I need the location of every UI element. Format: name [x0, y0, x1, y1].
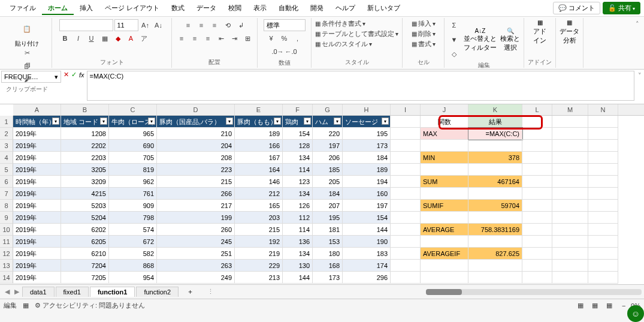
cell[interactable]: [468, 140, 522, 152]
cell[interactable]: 114: [283, 164, 313, 176]
fill-color-button[interactable]: ◆: [112, 32, 124, 44]
cell[interactable]: 2019年: [13, 224, 61, 236]
cell[interactable]: 136: [283, 236, 313, 248]
cell[interactable]: 2019年: [13, 260, 61, 272]
cell[interactable]: [468, 164, 522, 176]
cell[interactable]: [588, 140, 618, 152]
worksheet-grid[interactable]: ABCDEFGHIJKLMN 1時間軸（年）▾地域 コード▾牛肉（ロース）▾豚肉…: [0, 104, 644, 284]
cell[interactable]: 798: [109, 212, 157, 224]
cell[interactable]: [391, 236, 421, 248]
cell[interactable]: 2019年: [13, 200, 61, 212]
cell[interactable]: 165: [235, 200, 283, 212]
cell[interactable]: 954: [109, 272, 157, 284]
data-analysis-button[interactable]: ▦データ 分析: [560, 19, 579, 65]
align-left-icon[interactable]: ≡: [176, 32, 188, 44]
cell[interactable]: [468, 260, 522, 272]
format-as-table-button[interactable]: ▦ テーブルとして書式設定 ▾: [315, 29, 398, 38]
cell[interactable]: 128: [283, 140, 313, 152]
cell[interactable]: 574: [109, 224, 157, 236]
cell[interactable]: 地域 コード▾: [61, 116, 109, 128]
cell[interactable]: [588, 116, 618, 128]
cell[interactable]: 819: [109, 164, 157, 176]
cell[interactable]: [421, 164, 468, 176]
filter-dropdown-icon[interactable]: ▾: [52, 118, 59, 125]
row-header[interactable]: 3: [0, 140, 13, 152]
cell[interactable]: [522, 248, 552, 260]
cell[interactable]: 204: [157, 140, 235, 152]
cell[interactable]: [588, 212, 618, 224]
cell[interactable]: 173: [313, 272, 343, 284]
cell[interactable]: 199: [157, 212, 235, 224]
collapse-ribbon-icon[interactable]: ˄: [633, 18, 642, 68]
sheet-tab-data1[interactable]: data1: [22, 287, 55, 297]
cell[interactable]: 2203: [61, 152, 109, 164]
underline-button[interactable]: U: [86, 32, 98, 44]
cell[interactable]: 牛肉（ロース）▾: [109, 116, 157, 128]
cell[interactable]: [588, 224, 618, 236]
conditional-formatting-button[interactable]: ▦ 条件付き書式 ▾: [315, 19, 365, 28]
border-button[interactable]: ▦: [99, 32, 111, 44]
cell[interactable]: [552, 176, 588, 188]
cell[interactable]: 965: [109, 128, 157, 140]
sheet-tab-function1[interactable]: function1: [90, 287, 135, 297]
sheet-tab-fixed1[interactable]: fixed1: [56, 287, 89, 297]
row-header[interactable]: 1: [0, 116, 13, 128]
fx-icon[interactable]: fx: [79, 71, 84, 79]
cell[interactable]: [552, 128, 588, 140]
comma-icon[interactable]: ,: [292, 32, 304, 44]
cell[interactable]: SUMIF: [421, 200, 468, 212]
wrap-text-icon[interactable]: ↲: [235, 19, 247, 31]
copy-icon[interactable]: 🗐: [22, 61, 32, 71]
cell[interactable]: 2202: [61, 140, 109, 152]
cell[interactable]: 195: [313, 212, 343, 224]
cell[interactable]: [421, 212, 468, 224]
addins-button[interactable]: ▦アド イン: [533, 19, 546, 57]
cell[interactable]: 467164: [468, 176, 522, 188]
accessibility-status[interactable]: ⚙ アクセシビリティ: 問題ありません: [35, 301, 145, 310]
cell[interactable]: 213: [235, 272, 283, 284]
menu-tab-データ[interactable]: データ: [191, 2, 222, 14]
cell[interactable]: 134: [283, 188, 313, 200]
italic-button[interactable]: I: [72, 32, 84, 44]
cell[interactable]: [391, 128, 421, 140]
cell[interactable]: [421, 236, 468, 248]
cell[interactable]: 6210: [61, 248, 109, 260]
cell[interactable]: 5204: [61, 212, 109, 224]
cell[interactable]: 7205: [61, 272, 109, 284]
cell[interactable]: 672: [109, 236, 157, 248]
cell[interactable]: 153: [313, 236, 343, 248]
decrease-decimal-icon[interactable]: ←.0: [285, 46, 297, 58]
cell[interactable]: 296: [343, 272, 391, 284]
cell[interactable]: 180: [313, 248, 343, 260]
filter-dropdown-icon[interactable]: ▾: [274, 118, 281, 125]
cell[interactable]: MIN: [421, 152, 468, 164]
cell[interactable]: 146: [235, 176, 283, 188]
cell[interactable]: [391, 260, 421, 272]
comment-button[interactable]: 💬 コメント: [553, 2, 600, 14]
col-header[interactable]: M: [552, 104, 588, 115]
cell[interactable]: ソーセージ▾: [343, 116, 391, 128]
cell[interactable]: 168: [313, 260, 343, 272]
cell[interactable]: MAX: [421, 128, 468, 140]
filter-dropdown-icon[interactable]: ▾: [148, 118, 155, 125]
cell[interactable]: ハム▾: [313, 116, 343, 128]
name-box[interactable]: FREQUE… ▾: [1, 71, 61, 83]
align-bottom-icon[interactable]: ≡: [208, 19, 220, 31]
cell[interactable]: 114: [283, 224, 313, 236]
cell[interactable]: 173: [343, 140, 391, 152]
row-header[interactable]: 2: [0, 128, 13, 140]
cell[interactable]: 134: [283, 152, 313, 164]
cell[interactable]: [522, 188, 552, 200]
cell[interactable]: [391, 200, 421, 212]
cell[interactable]: 705: [109, 152, 157, 164]
cell[interactable]: 134: [283, 248, 313, 260]
delete-cells-button[interactable]: ▦ 削除 ▾: [412, 29, 436, 38]
cell[interactable]: [421, 140, 468, 152]
cell[interactable]: 223: [157, 164, 235, 176]
orientation-icon[interactable]: ⟲: [222, 19, 234, 31]
row-header[interactable]: 10: [0, 224, 13, 236]
menu-tab-開発[interactable]: 開発: [304, 2, 329, 14]
cell[interactable]: 208: [157, 152, 235, 164]
cell[interactable]: [552, 224, 588, 236]
cell[interactable]: [522, 224, 552, 236]
